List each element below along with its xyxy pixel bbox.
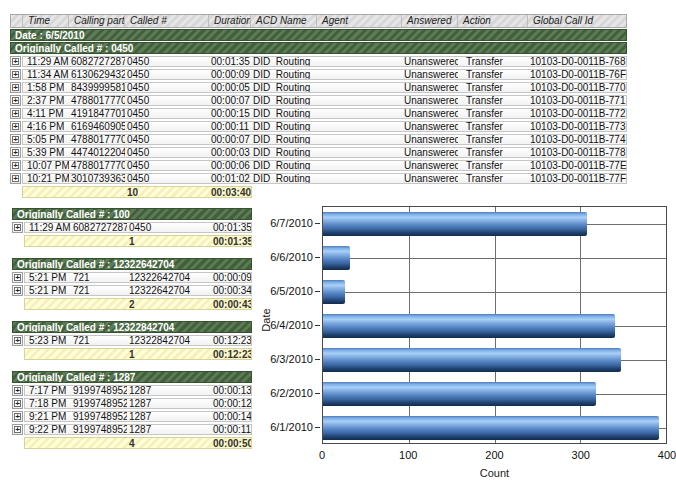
group-rows: + 7:17 PM 9199748952 1287 00:00:13 + 7:1… bbox=[12, 385, 252, 435]
summary-total-duration: 00:00:50 bbox=[211, 439, 251, 448]
table-row: + 7:17 PM 9199748952 1287 00:00:13 bbox=[12, 385, 252, 396]
x-axis-tick-label: 400 bbox=[658, 449, 676, 461]
expand-row-button[interactable]: + bbox=[12, 411, 23, 422]
bar bbox=[323, 348, 621, 372]
cell-global-call-id: 10103-D0-0011B-76F bbox=[528, 70, 626, 79]
column-header: Global Call Id bbox=[528, 15, 626, 27]
expand-row-button[interactable]: + bbox=[10, 173, 21, 184]
y-tick-mark bbox=[315, 325, 320, 326]
expand-row-button[interactable]: + bbox=[12, 385, 23, 396]
expand-row-button[interactable]: + bbox=[10, 147, 21, 158]
cell-action: Transfer bbox=[458, 83, 528, 92]
cell-acd-name: DID_Routing bbox=[251, 109, 317, 118]
summary-spacer bbox=[12, 348, 24, 360]
chart-category-band bbox=[323, 275, 666, 309]
cell-called: 1287 bbox=[127, 386, 211, 395]
report-page: TimeCalling party #Called #DurationACD N… bbox=[0, 0, 676, 485]
cell-time: 5:21 PM bbox=[25, 273, 71, 282]
cell-answered: Unanswered bbox=[402, 57, 458, 66]
cell-global-call-id: 10103-D0-0011B-768 bbox=[528, 57, 626, 66]
x-axis-tick-label: 300 bbox=[572, 449, 590, 461]
cell-calling-party: 4788017770 bbox=[69, 96, 125, 105]
cell-called: 0450 bbox=[125, 57, 209, 66]
bar bbox=[323, 212, 587, 236]
expand-row-button[interactable]: + bbox=[12, 424, 23, 435]
cell-time: 7:17 PM bbox=[25, 386, 71, 395]
expand-row-button[interactable]: + bbox=[12, 285, 23, 296]
cell-acd-name: DID_Routing bbox=[251, 83, 317, 92]
expand-row-button[interactable]: + bbox=[10, 108, 21, 119]
cell-action: Transfer bbox=[458, 109, 528, 118]
table-row: + 5:21 PM 721 12322642704 00:00:09 bbox=[12, 272, 252, 283]
cell-time: 7:18 PM bbox=[25, 399, 71, 408]
expand-row-button[interactable]: + bbox=[12, 272, 23, 283]
expand-row-button[interactable]: + bbox=[10, 82, 21, 93]
plus-icon: + bbox=[12, 175, 19, 182]
cell-time: 2:37 PM bbox=[23, 96, 69, 105]
expand-row-button[interactable]: + bbox=[10, 69, 21, 80]
cell-calling-party: 4788017770 bbox=[69, 135, 125, 144]
column-header: ACD Name bbox=[251, 15, 317, 27]
summary-total-duration: 00:00:43 bbox=[211, 300, 251, 309]
summary-spacer bbox=[12, 437, 24, 449]
cell-calling-party: 9199748952 bbox=[71, 412, 127, 421]
expand-row-button[interactable]: + bbox=[12, 335, 23, 346]
group-summary-row: 10 00:03:40 bbox=[10, 186, 627, 198]
cell-answered: Unanswered bbox=[402, 122, 458, 131]
horizontal-gridline bbox=[323, 258, 666, 259]
expand-row-button[interactable]: + bbox=[10, 56, 21, 67]
summary-call-count: 4 bbox=[127, 439, 211, 448]
table-header: TimeCalling party #Called #DurationACD N… bbox=[10, 14, 627, 28]
expand-row-button[interactable]: + bbox=[10, 95, 21, 106]
group-summary-row: 2 00:00:43 bbox=[12, 298, 252, 310]
plus-icon: + bbox=[12, 97, 19, 104]
cell-calling-party: 8439999581 bbox=[69, 83, 125, 92]
cell-duration: 00:00:09 bbox=[209, 70, 251, 79]
cell-time: 10:21 PM bbox=[23, 174, 69, 183]
y-tick-mark bbox=[315, 257, 320, 258]
cell-action: Transfer bbox=[458, 96, 528, 105]
summary-total-duration: 00:12:23 bbox=[211, 350, 251, 359]
originally-called-band: Originally Called # : 0450 bbox=[10, 42, 627, 54]
cell-called: 1287 bbox=[127, 425, 211, 434]
expand-row-button[interactable]: + bbox=[12, 398, 23, 409]
column-header: Calling party # bbox=[69, 15, 125, 27]
expand-row-button[interactable]: + bbox=[10, 160, 21, 171]
y-axis-tick-label: 6/6/2010 bbox=[258, 240, 320, 274]
cell-time: 5:23 PM bbox=[25, 336, 71, 345]
summary-call-count: 2 bbox=[127, 300, 211, 309]
cell-duration: 00:01:02 bbox=[209, 174, 251, 183]
cell-duration: 00:00:07 bbox=[209, 96, 251, 105]
table-row: + 2:37 PM 4788017770 0450 00:00:07 DID_R… bbox=[10, 95, 627, 106]
expand-row-button[interactable]: + bbox=[10, 121, 21, 132]
main-rows: + 11:29 AM 6082727287 0450 00:01:35 DID_… bbox=[10, 56, 627, 184]
table-row: + 9:21 PM 9199748952 1287 00:00:14 bbox=[12, 411, 252, 422]
cell-calling-party: 721 bbox=[71, 273, 127, 282]
bar bbox=[323, 382, 596, 406]
y-tick-mark bbox=[315, 223, 320, 224]
bar bbox=[323, 416, 659, 440]
cell-action: Transfer bbox=[458, 161, 528, 170]
table-row: + 4:16 PM 6169460905 0450 00:00:11 DID_R… bbox=[10, 121, 627, 132]
expand-column-header bbox=[11, 15, 23, 27]
chart-ylabels: 6/7/20106/6/20106/5/20106/4/20106/3/2010… bbox=[258, 206, 320, 444]
cell-global-call-id: 10103-D0-0011B-77E bbox=[528, 161, 626, 170]
cell-time: 5:39 PM bbox=[23, 148, 69, 157]
expand-row-button[interactable]: + bbox=[10, 134, 21, 145]
y-tick-mark bbox=[315, 393, 320, 394]
group-tables: Originally Called # : 100 + 11:29 AM 608… bbox=[12, 207, 252, 449]
cell-answered: Unanswered bbox=[402, 109, 458, 118]
cell-calling-party: 721 bbox=[71, 286, 127, 295]
cell-time: 11:29 AM bbox=[23, 57, 69, 66]
column-header: Time bbox=[23, 15, 69, 27]
cell-calling-party: 9199748952 bbox=[71, 386, 127, 395]
originally-called-band: Originally Called # : 12322842704 bbox=[12, 321, 252, 333]
cell-global-call-id: 10103-D0-0011B-771 bbox=[528, 96, 626, 105]
x-axis-title: Count bbox=[322, 467, 667, 479]
cell-action: Transfer bbox=[458, 135, 528, 144]
cell-time: 4:16 PM bbox=[23, 122, 69, 131]
expand-row-button[interactable]: + bbox=[12, 222, 23, 233]
cell-acd-name: DID_Routing bbox=[251, 122, 317, 131]
column-header: Action bbox=[458, 15, 528, 27]
summary-spacer bbox=[12, 235, 24, 247]
